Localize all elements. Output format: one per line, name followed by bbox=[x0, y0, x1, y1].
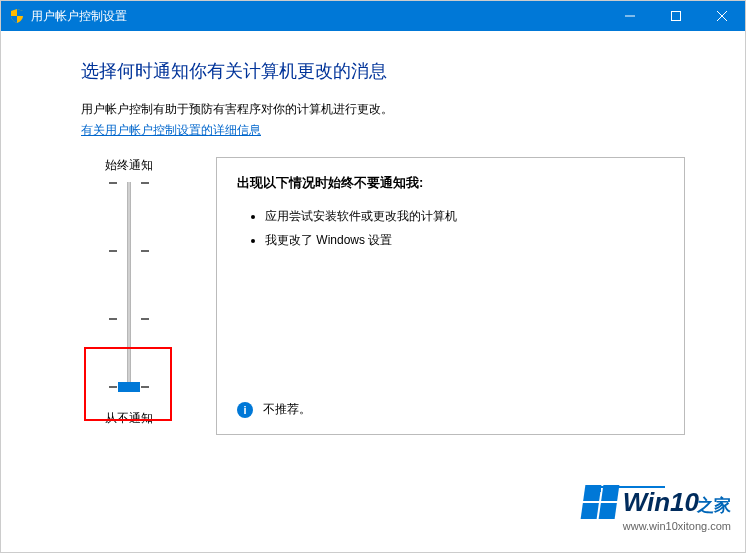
info-panel: 出现以下情况时始终不要通知我: 应用尝试安装软件或更改我的计算机 我更改了 Wi… bbox=[216, 157, 685, 435]
maximize-button[interactable] bbox=[653, 1, 699, 31]
windows-logo-icon bbox=[580, 485, 619, 519]
main-area: 始终通知 从不通知 出现以下情况时始终不要通知我: 应用尝试安装软件或更改我的计… bbox=[81, 157, 685, 435]
slider-thumb[interactable] bbox=[118, 382, 140, 392]
more-info-link[interactable]: 有关用户帐户控制设置的详细信息 bbox=[81, 122, 261, 139]
panel-footer-text: 不推荐。 bbox=[263, 401, 311, 418]
panel-footer: i 不推荐。 bbox=[237, 381, 664, 418]
slider-column: 始终通知 从不通知 bbox=[81, 157, 176, 435]
brand-suffix: 之家 bbox=[697, 496, 731, 515]
watermark-url: www.win10xitong.com bbox=[583, 520, 731, 532]
slider-bottom-label: 从不通知 bbox=[81, 410, 176, 427]
panel-list-item: 我更改了 Windows 设置 bbox=[265, 228, 664, 252]
watermark: Win10之家 www.win10xitong.com bbox=[583, 485, 731, 532]
shield-icon bbox=[9, 8, 25, 24]
page-heading: 选择何时通知你有关计算机更改的消息 bbox=[81, 59, 685, 83]
content-area: 选择何时通知你有关计算机更改的消息 用户帐户控制有助于预防有害程序对你的计算机进… bbox=[1, 31, 745, 445]
watermark-brand: Win10之家 bbox=[583, 485, 731, 519]
panel-title: 出现以下情况时始终不要通知我: bbox=[237, 174, 664, 192]
panel-list-item: 应用尝试安装软件或更改我的计算机 bbox=[265, 204, 664, 228]
brand-main: Win10 bbox=[623, 487, 699, 517]
slider-track[interactable] bbox=[81, 182, 176, 392]
svg-rect-1 bbox=[672, 12, 681, 21]
description-text: 用户帐户控制有助于预防有害程序对你的计算机进行更改。 bbox=[81, 101, 685, 118]
titlebar: 用户帐户控制设置 bbox=[1, 1, 745, 31]
panel-list: 应用尝试安装软件或更改我的计算机 我更改了 Windows 设置 bbox=[237, 204, 664, 252]
info-icon: i bbox=[237, 402, 253, 418]
minimize-button[interactable] bbox=[607, 1, 653, 31]
window-title: 用户帐户控制设置 bbox=[31, 8, 127, 25]
slider-top-label: 始终通知 bbox=[81, 157, 176, 174]
close-button[interactable] bbox=[699, 1, 745, 31]
